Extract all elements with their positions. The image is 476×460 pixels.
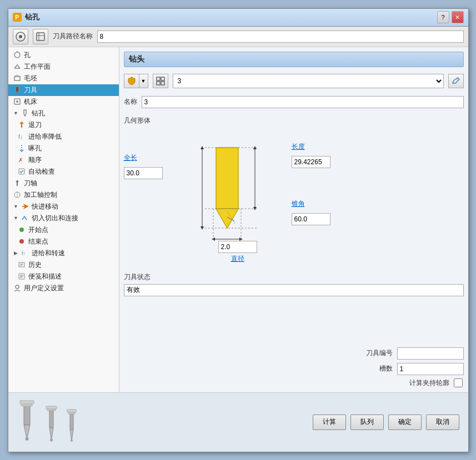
cancel-button[interactable]: 取消 [426,414,459,430]
tree-label-endpoint: 结束点 [28,237,48,246]
svg-rect-40 [216,148,238,209]
endpoint-icon [17,237,26,246]
tree-label-tool: 刀具 [24,85,37,95]
svg-marker-49 [24,425,30,439]
tree-item-history[interactable]: 历史 [8,259,119,271]
tree-item-leads[interactable]: ▼ 切入切出和连接 [8,213,119,224]
bottom-fields: 刀具编号 槽数 计算夹持轮廓 [124,343,464,388]
tree-label-drilling: 钻孔 [32,109,45,118]
tree-item-tool[interactable]: 刀具 [8,84,119,96]
section-header: 钻头 [124,52,464,67]
diameter-link[interactable]: 直径 [231,254,244,264]
drilling-expand-icon: ▼ [13,110,19,117]
tree-item-feedspeed[interactable]: ▶ f↑ 进给和转速 [8,247,119,259]
tool-image-1 [17,400,37,447]
tree-label-axis: 刀轴 [24,179,37,188]
main-content: 孔 工作平面 毛坯 刀具 [8,47,468,392]
toolbar-path-input[interactable] [97,31,464,43]
tree-item-feed-reduce[interactable]: f↓ 进给率降低 [8,131,119,143]
grid-button[interactable] [153,74,168,88]
tree-item-endpoint[interactable]: 结束点 [8,236,119,247]
tree-item-peck[interactable]: 啄孔 [8,143,119,154]
tree-label-leads: 切入切出和连接 [32,214,78,223]
tree-item-axisctrl[interactable]: 加工轴控制 [8,189,119,201]
name-label: 名称 [124,97,137,107]
tree-item-rapid[interactable]: ▼ 快进移动 [8,201,119,213]
svg-point-21 [19,228,24,232]
tool-number-select[interactable]: 3 [173,74,444,88]
tree-item-autocheck[interactable]: 自动检查 [8,166,119,178]
queue-button[interactable]: 队列 [350,414,384,430]
tree-item-machine[interactable]: 机床 [8,96,119,108]
cone-angle-input[interactable] [292,213,330,225]
svg-point-62 [71,439,73,442]
tree-item-notes[interactable]: 便笺和描述 [8,271,119,282]
tree-label-axisctrl: 加工轴控制 [24,190,57,200]
svg-text:f↑: f↑ [22,251,26,256]
right-geo: 长度 锥角 [292,131,330,225]
tree-label-workplane: 工作平面 [24,62,51,72]
svg-rect-35 [161,82,164,85]
tool-image-3 [66,408,77,447]
count-field[interactable] [397,363,464,375]
tree-label-hole: 孔 [24,50,31,60]
tree-label-userdef: 用户定义设置 [24,284,64,293]
tree-label-stock: 毛坯 [24,74,37,83]
help-button[interactable]: ? [437,11,449,23]
userdef-icon [13,284,22,292]
tree-item-userdef[interactable]: 用户定义设置 [8,282,119,294]
main-dialog: P 钻孔 ? ✕ 刀具路径名称 [8,8,469,452]
status-section: 刀具状态 有效 [124,272,464,296]
toolbar-icon1[interactable] [13,29,28,44]
toolbar-icon2[interactable] [33,29,48,44]
name-input[interactable] [142,96,464,108]
hole-icon [13,50,22,59]
tree-item-hole[interactable]: 孔 [8,49,119,61]
tree-item-order[interactable]: ✗ 顺序 [8,154,119,166]
close-button[interactable]: ✕ [452,11,464,23]
tree-label-peck: 啄孔 [28,144,42,153]
tree-label-feed-reduce: 进给率降低 [28,132,62,141]
tree-item-workplane[interactable]: 工作平面 [8,61,119,73]
tool-controls: ▼ 3 [124,72,464,90]
tree-label-history: 历史 [28,260,42,270]
svg-marker-54 [49,428,53,440]
tree-item-retract[interactable]: 退刀 [8,119,119,131]
tree-item-startpoint[interactable]: 开始点 [8,224,119,236]
svg-point-1 [19,35,22,38]
drilling-icon [21,109,29,118]
workplane-icon [13,62,22,71]
svg-point-12 [16,100,18,103]
bottom-left [17,397,308,447]
geometry-area: 全长 [124,131,464,253]
svg-rect-10 [16,92,18,93]
ok-button[interactable]: 确定 [388,414,422,430]
tree-item-stock[interactable]: 毛坯 [8,73,119,84]
shield-button[interactable] [124,74,139,88]
total-length-input[interactable] [124,167,163,179]
name-row: 名称 [124,95,464,109]
calc-button[interactable]: 计算 [313,414,346,430]
tool-number-field[interactable] [397,347,464,360]
tree-label-startpoint: 开始点 [28,225,48,235]
pencil-button[interactable] [448,74,464,88]
bottom-bar: 计算 队列 确定 取消 [8,392,468,452]
tree-label-notes: 便笺和描述 [28,272,62,281]
svg-rect-8 [14,77,20,80]
svg-point-22 [19,239,24,244]
action-buttons: 计算 队列 确定 取消 [313,414,459,430]
tree-item-drilling[interactable]: ▼ 钻孔 [8,108,119,119]
cone-angle-link[interactable]: 锥角 [292,199,330,209]
length-input[interactable] [292,156,330,168]
total-length-link[interactable]: 全长 [124,153,163,163]
calc-holder-row: 计算夹持轮廓 [124,378,464,388]
toolbar: 刀具路径名称 [8,27,468,47]
tree-item-axis[interactable]: 刀轴 [8,178,119,189]
feedspeed-icon: f↑ [21,249,29,257]
shield-dropdown[interactable]: ▼ [139,74,148,88]
calc-holder-checkbox[interactable] [454,378,463,387]
tree-label-machine: 机床 [24,97,37,107]
leads-icon [21,214,29,223]
rapid-icon [21,202,29,211]
length-link[interactable]: 长度 [292,142,330,151]
